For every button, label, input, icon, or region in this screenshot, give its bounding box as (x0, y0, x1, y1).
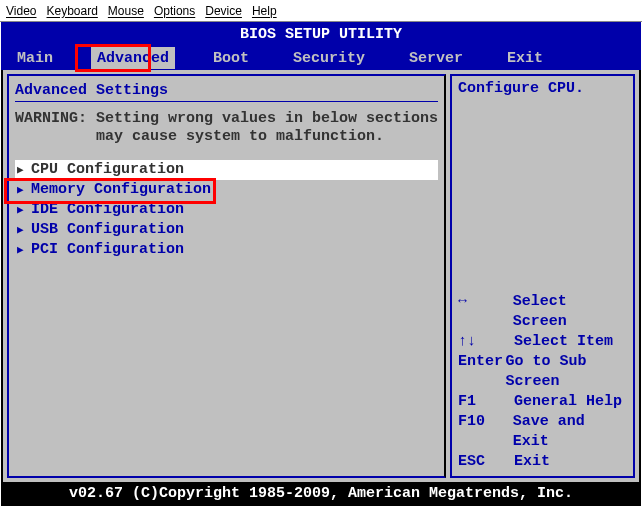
right-pane: Configure CPU. ↔Select Screen ↑↓Select I… (450, 74, 635, 478)
menu-item-label: USB Configuration (31, 220, 184, 240)
key-row: ↑↓Select Item (458, 332, 627, 352)
context-help: Configure CPU. (458, 80, 627, 97)
host-menu-options[interactable]: Options (154, 4, 195, 18)
warning-text: WARNING: Setting wrong values in below s… (15, 110, 438, 146)
key-row: F1General Help (458, 392, 627, 412)
left-pane: Advanced Settings WARNING: Setting wrong… (7, 74, 446, 478)
triangle-icon: ▶ (17, 200, 31, 220)
bios-body: Advanced Settings WARNING: Setting wrong… (1, 70, 641, 484)
menu-item-label: PCI Configuration (31, 240, 184, 260)
bios-footer: v02.67 (C)Copyright 1985-2009, American … (1, 484, 641, 506)
menu-item-label: CPU Configuration (31, 160, 184, 180)
host-menu-help[interactable]: Help (252, 4, 277, 18)
menu-item-ide-configuration[interactable]: ▶ IDE Configuration (15, 200, 438, 220)
tab-exit[interactable]: Exit (501, 47, 549, 69)
triangle-icon: ▶ (17, 160, 31, 180)
menu-item-label: Memory Configuration (31, 180, 211, 200)
tab-boot[interactable]: Boot (207, 47, 255, 69)
key-row: F10Save and Exit (458, 412, 627, 452)
section-heading: Advanced Settings (15, 80, 438, 101)
key-row: ↔Select Screen (458, 292, 627, 332)
host-menu-keyboard[interactable]: Keyboard (46, 4, 97, 18)
heading-divider (15, 101, 438, 102)
host-menu-device[interactable]: Device (205, 4, 242, 18)
menu-item-usb-configuration[interactable]: ▶ USB Configuration (15, 220, 438, 240)
key-row: EnterGo to Sub Screen (458, 352, 627, 392)
host-menubar: Video Keyboard Mouse Options Device Help (0, 0, 642, 22)
menu-list: ▶ CPU Configuration ▶ Memory Configurati… (15, 160, 438, 260)
menu-item-cpu-configuration[interactable]: ▶ CPU Configuration (15, 160, 438, 180)
triangle-icon: ▶ (17, 240, 31, 260)
key-row: ESCExit (458, 452, 627, 472)
tab-security[interactable]: Security (287, 47, 371, 69)
menu-item-pci-configuration[interactable]: ▶ PCI Configuration (15, 240, 438, 260)
host-menu-video[interactable]: Video (6, 4, 36, 18)
bios-title: BIOS SETUP UTILITY (1, 22, 641, 46)
triangle-icon: ▶ (17, 220, 31, 240)
tab-main[interactable]: Main (11, 47, 59, 69)
tab-server[interactable]: Server (403, 47, 469, 69)
key-legend: ↔Select Screen ↑↓Select Item EnterGo to … (458, 292, 627, 472)
menu-item-memory-configuration[interactable]: ▶ Memory Configuration (15, 180, 438, 200)
host-menu-mouse[interactable]: Mouse (108, 4, 144, 18)
triangle-icon: ▶ (17, 180, 31, 200)
tab-advanced[interactable]: Advanced (91, 47, 175, 69)
menu-item-label: IDE Configuration (31, 200, 184, 220)
bios-screen: BIOS SETUP UTILITY Main Advanced Boot Se… (1, 22, 641, 506)
bios-tab-row: Main Advanced Boot Security Server Exit (1, 46, 641, 70)
